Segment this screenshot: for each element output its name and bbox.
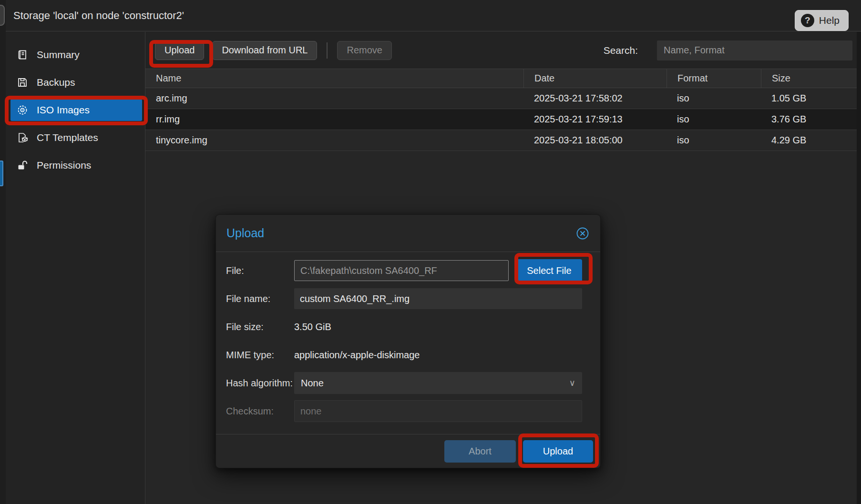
close-icon[interactable]	[575, 226, 590, 241]
chevron-down-icon: ∨	[569, 378, 575, 388]
sidebar-item-label: CT Templates	[37, 132, 98, 143]
search-label: Search:	[604, 45, 638, 56]
floppy-icon	[17, 77, 28, 88]
sidebar-item-label: Backups	[37, 77, 75, 88]
help-button-label: Help	[819, 15, 840, 26]
cell-format: iso	[666, 130, 761, 151]
cropped-tree-selection	[0, 161, 3, 186]
dialog-upload-button[interactable]: Upload	[523, 440, 593, 463]
page-title: Storage 'local' on node 'constructor2'	[13, 10, 184, 22]
select-file-button[interactable]: Select File	[516, 259, 582, 282]
mime-type-label: MIME type:	[226, 350, 294, 361]
hash-algorithm-value: None	[301, 378, 324, 389]
cell-size: 3.76 GB	[761, 109, 857, 130]
cell-size: 1.05 GB	[761, 88, 857, 109]
dialog-footer: Abort Upload	[216, 434, 600, 468]
table-row[interactable]: rr.img 2025-03-21 17:59:13 iso 3.76 GB	[145, 109, 857, 130]
table-header: Name Date Format Size	[145, 69, 857, 88]
template-icon	[17, 132, 28, 143]
cell-date: 2025-03-21 18:05:00	[523, 130, 666, 151]
cell-name: tinycore.img	[145, 130, 523, 151]
sidebar-item-iso-images[interactable]: ISO Images	[10, 99, 142, 121]
sidebar-item-label: Permissions	[37, 160, 91, 171]
mime-type-value: application/x-apple-diskimage	[294, 350, 420, 361]
sidebar-item-label: ISO Images	[37, 104, 90, 116]
dialog-header[interactable]: Upload	[216, 215, 600, 252]
sidebar-item-summary[interactable]: Summary	[10, 44, 142, 66]
toolbar-separator	[327, 42, 328, 59]
cropped-toolbar-button	[0, 5, 5, 26]
table-row[interactable]: tinycore.img 2025-03-21 18:05:00 iso 4.2…	[145, 130, 857, 151]
toolbar: Upload Download from URL Remove Search:	[145, 32, 857, 69]
dialog-body: File: Select File File name: File size: …	[216, 252, 600, 422]
sidebar-item-backups[interactable]: Backups	[10, 71, 142, 93]
hash-algorithm-label: Hash algorithm:	[226, 378, 294, 389]
file-size-value: 3.50 GiB	[294, 322, 331, 333]
download-from-url-button[interactable]: Download from URL	[212, 41, 317, 60]
left-edge-strip	[0, 0, 6, 504]
storage-content-panel: Storage 'local' on node 'constructor2' ?…	[0, 0, 861, 504]
cell-date: 2025-03-21 17:59:13	[523, 109, 666, 130]
table-row[interactable]: arc.img 2025-03-21 17:58:02 iso 1.05 GB	[145, 88, 857, 109]
sidebar-item-ct-templates[interactable]: CT Templates	[10, 127, 142, 149]
cell-size: 4.29 GB	[761, 130, 857, 151]
storage-sidebar: Summary Backups ISO Images CT Templates …	[6, 32, 145, 504]
sidebar-item-label: Summary	[37, 49, 80, 60]
disc-icon	[17, 104, 28, 116]
cell-format: iso	[666, 88, 761, 109]
abort-button: Abort	[444, 440, 516, 463]
checksum-input	[294, 400, 582, 422]
column-header-format[interactable]: Format	[666, 69, 761, 88]
hash-algorithm-select[interactable]: None ∨	[294, 372, 582, 394]
column-header-name[interactable]: Name	[145, 69, 523, 88]
unlock-icon	[17, 160, 28, 171]
checksum-label: Checksum:	[226, 406, 294, 417]
help-button[interactable]: ? Help	[795, 10, 849, 31]
search-input[interactable]	[657, 40, 852, 60]
panel-header: Storage 'local' on node 'constructor2' ?…	[0, 0, 861, 31]
cell-date: 2025-03-21 17:58:02	[523, 88, 666, 109]
column-header-size[interactable]: Size	[761, 69, 857, 88]
book-icon	[17, 49, 28, 60]
upload-dialog: Upload File: Select File File name: File…	[215, 214, 601, 468]
cell-format: iso	[666, 109, 761, 130]
cell-name: arc.img	[145, 88, 523, 109]
file-name-input[interactable]	[294, 288, 582, 309]
dialog-title: Upload	[226, 226, 264, 240]
file-path-input[interactable]	[294, 260, 509, 281]
file-name-label: File name:	[226, 293, 294, 304]
question-icon: ?	[801, 14, 814, 27]
sidebar-item-permissions[interactable]: Permissions	[10, 154, 142, 176]
file-label: File:	[226, 265, 294, 276]
file-size-label: File size:	[226, 322, 294, 333]
cell-name: rr.img	[145, 109, 523, 130]
right-edge-strip	[857, 32, 861, 504]
column-header-date[interactable]: Date	[523, 69, 666, 88]
upload-button[interactable]: Upload	[155, 41, 204, 60]
remove-button: Remove	[337, 41, 391, 60]
